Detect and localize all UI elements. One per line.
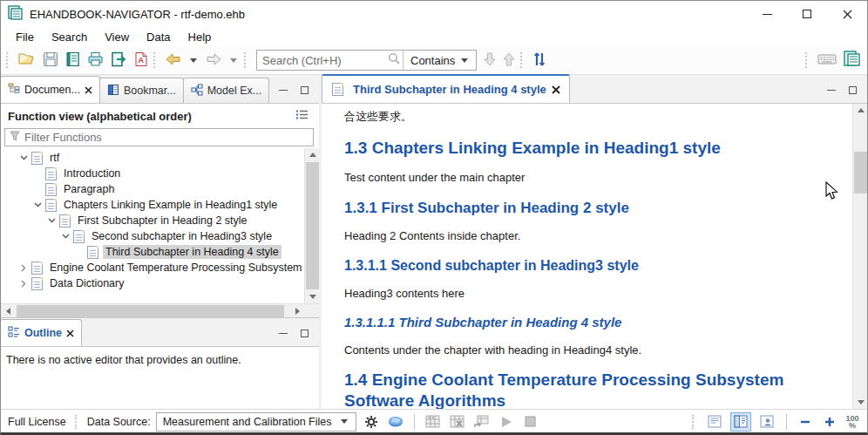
tree-item-chapters-linking[interactable]: Chapters Linking Example in Heading1 sty… — [1, 197, 304, 213]
tab-bookmarks[interactable]: Bookmar... — [99, 78, 184, 103]
tree-item-rtf[interactable]: rtf — [1, 150, 304, 166]
minimize-button[interactable] — [747, 1, 787, 27]
menu-file[interactable]: File — [8, 29, 42, 45]
export-pdf-button[interactable]: A — [131, 49, 152, 72]
print-button[interactable] — [84, 49, 107, 72]
close-icon[interactable] — [552, 85, 560, 94]
editor-tab[interactable]: Third Subchapter in Heading 4 style — [322, 74, 570, 103]
chevron-collapsed-icon[interactable] — [17, 264, 31, 272]
export-handbook-icon — [111, 51, 127, 70]
keyboard-shortcuts-button[interactable] — [814, 51, 840, 71]
tree-horizontal-scrollbar[interactable] — [1, 303, 319, 317]
chevron-expanded-icon[interactable] — [17, 155, 31, 160]
tree-item-second-subchapter[interactable]: Second subchapter in Heading3 style — [1, 228, 304, 244]
minimize-icon — [763, 14, 772, 15]
open-folder-button[interactable] — [15, 49, 39, 71]
tab-model-explorer[interactable]: Model Ex... — [183, 78, 270, 103]
title-bar[interactable]: EHANDBOOK-NAVIGATOR - rtf-demo.ehb — [1, 1, 867, 27]
match-mode-dropdown[interactable]: Contains — [407, 54, 476, 67]
tree-item-paragraph[interactable]: Paragraph — [1, 181, 304, 197]
ehandbook-home-button[interactable] — [840, 48, 864, 72]
menu-help[interactable]: Help — [180, 29, 220, 45]
save-button[interactable] — [39, 49, 62, 72]
handbook-icon — [65, 51, 80, 70]
single-page-view-button[interactable] — [704, 412, 725, 432]
split-view-button[interactable] — [730, 412, 751, 432]
open-handbook-button[interactable] — [62, 49, 84, 72]
settings-button[interactable] — [362, 412, 381, 432]
scrollbar-thumb[interactable] — [17, 305, 284, 317]
data-source-status-icon[interactable] — [386, 412, 405, 432]
editor-maximize-button[interactable] — [846, 84, 858, 96]
editor-tab-label: Third Subchapter in Heading 4 style — [353, 83, 546, 96]
menu-data[interactable]: Data — [139, 29, 178, 45]
scroll-left-icon[interactable] — [1, 304, 15, 318]
scrollbar-thumb[interactable] — [306, 162, 319, 289]
panel-maximize-button[interactable] — [298, 84, 310, 96]
scrollbar-thumb[interactable] — [854, 152, 867, 194]
tree-item-first-subchapter[interactable]: First Subchapter in Heading 2 style — [1, 213, 304, 228]
chevron-expanded-icon[interactable] — [31, 202, 44, 207]
scroll-right-icon[interactable] — [290, 304, 304, 318]
tree-item-label: Paragraph — [61, 182, 117, 196]
panel-minimize-button[interactable] — [277, 84, 289, 96]
export-handbook-button[interactable] — [107, 49, 131, 72]
view-menu-button[interactable] — [292, 106, 312, 126]
tree-item-introduction[interactable]: Introduction — [1, 166, 304, 181]
chevron-expanded-icon[interactable] — [44, 218, 58, 223]
scroll-up-icon[interactable] — [853, 104, 867, 117]
menu-search[interactable]: Search — [44, 29, 95, 45]
calibration-window-button[interactable] — [472, 412, 492, 432]
sync-settings-button[interactable] — [529, 49, 550, 72]
measure-table-button[interactable] — [424, 412, 443, 432]
panel-maximize-button[interactable] — [298, 327, 310, 339]
scroll-up-icon[interactable] — [305, 148, 319, 161]
minimize-icon — [279, 90, 288, 91]
editor-minimize-button[interactable] — [825, 84, 837, 96]
chevron-expanded-icon[interactable] — [58, 234, 72, 239]
measure-table-remove-button[interactable] — [448, 412, 467, 432]
chevron-down-icon — [230, 58, 237, 63]
function-tree: rtf Introduction Paragraph Chapters Link… — [1, 148, 319, 303]
tree-item-label: Chapters Linking Example in Heading1 sty… — [61, 198, 280, 212]
tree-item-data-dictionary[interactable]: Data Dictionary — [1, 275, 304, 291]
search-previous-button[interactable] — [499, 50, 519, 71]
navigate-forward-menu-button[interactable] — [225, 56, 242, 65]
tab-outline-label: Outline — [24, 327, 62, 339]
tree-item-third-subchapter[interactable]: Third Subchapter in Heading 4 style — [1, 244, 304, 260]
chevron-collapsed-icon[interactable] — [17, 280, 31, 288]
search-icon — [388, 52, 401, 68]
zoom-level[interactable]: 100% — [844, 415, 860, 429]
search-next-button[interactable] — [480, 50, 499, 71]
close-icon[interactable] — [66, 330, 74, 337]
print-icon — [87, 51, 104, 70]
toolbar-separator — [244, 52, 249, 68]
tree-item-engine-coolant[interactable]: Engine Coolant Temperature Processing Su… — [1, 260, 304, 275]
annotation-view-button[interactable] — [756, 412, 777, 432]
navigate-back-menu-button[interactable] — [185, 56, 202, 65]
tab-model-explorer-label: Model Ex... — [207, 85, 262, 97]
panel-minimize-button[interactable] — [277, 327, 289, 339]
navigate-forward-button[interactable] — [202, 51, 225, 71]
statusbar-separator — [75, 415, 78, 429]
tree-vertical-scrollbar[interactable] — [304, 148, 319, 303]
close-icon[interactable] — [85, 86, 92, 94]
search-input[interactable] — [257, 51, 388, 69]
start-measurement-button[interactable] — [497, 412, 516, 432]
editor-vertical-scrollbar[interactable] — [852, 104, 867, 409]
filter-functions-input[interactable] — [24, 131, 309, 144]
zoom-in-button[interactable] — [820, 412, 839, 432]
scroll-down-icon[interactable] — [305, 290, 319, 303]
maximize-button[interactable] — [787, 1, 827, 27]
stop-measurement-button[interactable] — [521, 412, 540, 432]
scroll-down-icon[interactable] — [853, 396, 867, 409]
menu-view[interactable]: View — [97, 29, 137, 45]
close-button[interactable] — [827, 1, 867, 27]
tab-documents[interactable]: Documen... — [0, 76, 100, 103]
data-source-dropdown[interactable]: Measurement and Calibration Files — [156, 412, 356, 432]
zoom-out-button[interactable] — [796, 412, 815, 432]
navigate-back-button[interactable] — [162, 51, 185, 71]
maximize-icon — [301, 330, 309, 337]
tab-outline[interactable]: Outline — [0, 319, 82, 346]
editor-content: 合这些要求。 1.3 Chapters Linking Example in H… — [322, 104, 867, 409]
